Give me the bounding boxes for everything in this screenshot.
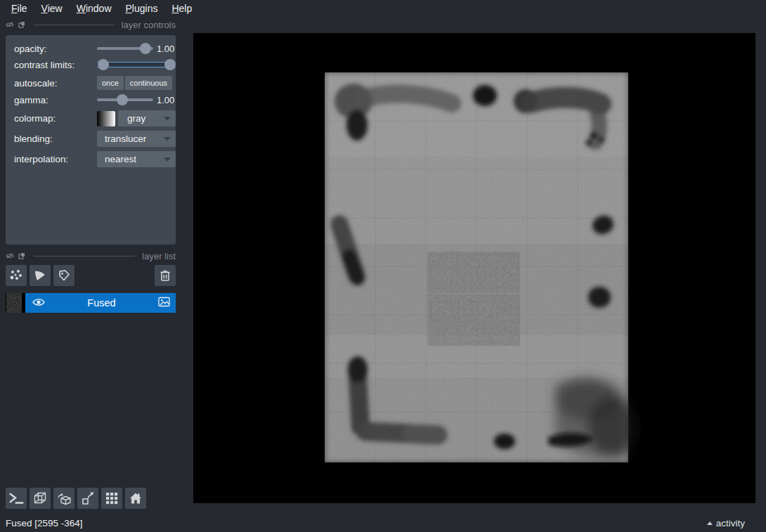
home-button[interactable] — [125, 488, 146, 509]
blending-label: blending: — [14, 134, 97, 144]
grid-icon — [105, 491, 119, 505]
interpolation-value: nearest — [105, 154, 136, 164]
gamma-label: gamma: — [14, 95, 97, 105]
opacity-slider-handle[interactable] — [140, 43, 151, 54]
opacity-slider[interactable] — [97, 43, 153, 54]
layer-list-title: layer list — [142, 251, 176, 261]
autoscale-once-button[interactable]: once — [97, 76, 124, 90]
new-labels-layer-button[interactable] — [53, 265, 74, 286]
contrast-limits-slider[interactable] — [97, 59, 176, 70]
colormap-value: gray — [127, 113, 145, 124]
opacity-value: 1.00 — [157, 44, 175, 54]
colormap-row: colormap: gray — [14, 110, 173, 126]
menu-file[interactable]: File — [4, 1, 34, 16]
blending-dropdown[interactable]: translucer — [97, 131, 176, 147]
menu-help[interactable]: Help — [164, 1, 199, 16]
layer-controls-title: layer controls — [122, 20, 176, 30]
left-dock-column: layer controls opacity: 1.00 contrast li… — [0, 17, 188, 514]
console-icon — [8, 491, 24, 505]
float-panel-icon[interactable] — [18, 21, 27, 28]
transpose-icon — [80, 491, 96, 506]
opacity-label: opacity: — [14, 44, 97, 54]
chevron-down-icon — [164, 117, 171, 121]
chevron-down-icon — [164, 157, 171, 162]
delete-layer-button[interactable] — [155, 265, 176, 286]
roll-dimensions-button[interactable] — [53, 488, 74, 509]
shapes-icon — [33, 268, 47, 283]
chevron-up-icon — [707, 521, 713, 525]
transpose-dimensions-button[interactable] — [77, 488, 98, 509]
contrast-high-handle[interactable] — [164, 59, 176, 70]
blending-value: translucer — [105, 134, 146, 144]
gamma-slider[interactable] — [97, 94, 153, 105]
autoscale-row: autoscale: once continuous — [14, 75, 173, 91]
menu-window[interactable]: Window — [70, 1, 119, 16]
toggle-ndisplay-button[interactable] — [30, 488, 51, 509]
viewer-canvas[interactable] — [193, 33, 755, 503]
chevron-down-icon — [164, 137, 171, 141]
trash-icon — [158, 268, 172, 283]
opacity-row: opacity: 1.00 — [14, 42, 173, 55]
menu-view[interactable]: View — [34, 1, 70, 16]
layer-row-fused[interactable]: Fused — [6, 293, 176, 313]
layer-thumbnail — [6, 293, 25, 313]
autoscale-label: autoscale: — [14, 78, 97, 89]
fused-image — [193, 33, 755, 503]
layer-bar[interactable]: Fused — [25, 293, 176, 313]
gamma-value: 1.00 — [157, 95, 175, 105]
menu-plugins[interactable]: Plugins — [119, 1, 165, 16]
gamma-row: gamma: 1.00 — [14, 93, 173, 106]
console-button[interactable] — [6, 488, 27, 509]
image-layer-type-icon — [158, 297, 170, 309]
activity-label: activity — [716, 518, 745, 528]
status-coordinates: Fused [2595 -364] — [6, 518, 83, 528]
autoscale-continuous-button[interactable]: continuous — [125, 76, 172, 90]
roll-dimensions-icon — [56, 491, 72, 506]
hide-panel-icon[interactable] — [6, 252, 14, 259]
status-bar: Fused [2595 -364] activity — [0, 514, 766, 532]
contrast-limits-row: contrast limits: — [14, 58, 173, 71]
colormap-dropdown[interactable]: gray — [118, 110, 176, 126]
interpolation-row: interpolation: nearest — [14, 151, 173, 167]
layer-list-buttons — [6, 265, 176, 286]
contrast-low-handle[interactable] — [98, 59, 109, 70]
colormap-label: colormap: — [14, 113, 97, 124]
activity-button[interactable]: activity — [707, 518, 745, 528]
visibility-eye-icon[interactable] — [32, 297, 45, 309]
layer-list-header: layer list — [6, 250, 176, 261]
gamma-slider-handle[interactable] — [117, 94, 128, 105]
interpolation-dropdown[interactable]: nearest — [97, 151, 176, 167]
blending-row: blending: translucer — [14, 131, 173, 147]
contrast-limits-label: contrast limits: — [14, 60, 97, 70]
menu-bar: File View Window Plugins Help — [0, 0, 766, 17]
layer-buttons-spacer — [77, 265, 152, 286]
points-icon — [9, 268, 23, 283]
colormap-gradient-swatch — [97, 111, 115, 126]
viewer-toolbar — [6, 488, 146, 509]
layer-name: Fused — [45, 297, 158, 309]
interpolation-label: interpolation: — [14, 154, 97, 164]
layer-controls-header: layer controls — [6, 19, 176, 30]
new-points-layer-button[interactable] — [6, 265, 27, 286]
layer-controls-panel: opacity: 1.00 contrast limits: autoscal — [6, 35, 176, 245]
cube-3d-icon — [32, 491, 48, 506]
header-divider — [34, 256, 135, 257]
grid-view-button[interactable] — [101, 488, 122, 509]
header-divider — [34, 25, 115, 25]
float-panel-icon[interactable] — [18, 252, 27, 259]
hide-panel-icon[interactable] — [6, 21, 14, 28]
home-icon — [129, 491, 143, 505]
labels-icon — [57, 268, 71, 283]
new-shapes-layer-button[interactable] — [30, 265, 51, 286]
